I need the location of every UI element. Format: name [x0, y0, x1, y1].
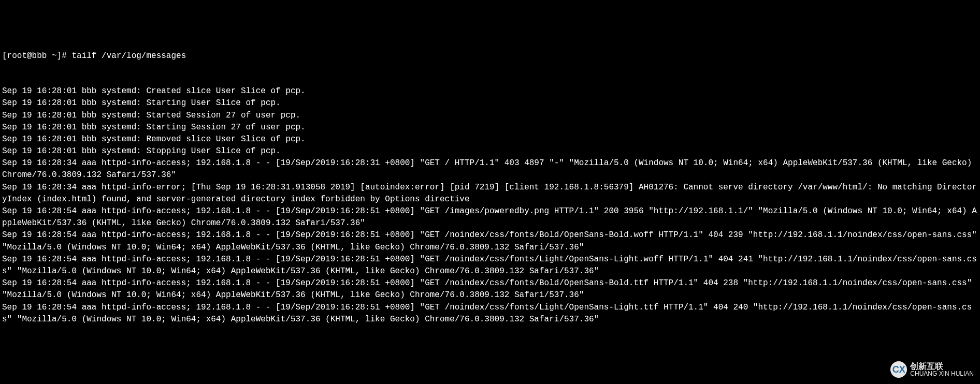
- watermark-text: 创新互联 CHUANG XIN HULIAN: [910, 362, 974, 378]
- watermark: CX 创新互联 CHUANG XIN HULIAN: [890, 361, 974, 378]
- log-line: Sep 19 16:28:54 aaa httpd-info-access; 1…: [2, 277, 978, 301]
- log-output: Sep 19 16:28:01 bbb systemd: Created sli…: [2, 85, 978, 326]
- watermark-line1: 创新互联: [910, 362, 974, 371]
- log-line: Sep 19 16:28:34 aaa httpd-info-error; [T…: [2, 182, 978, 205]
- watermark-logo-icon: CX: [890, 361, 907, 378]
- shell-prompt[interactable]: [root@bbb ~]# tailf /var/log/messages: [2, 50, 978, 62]
- log-line: Sep 19 16:28:01 bbb systemd: Starting Us…: [2, 97, 978, 109]
- log-line: Sep 19 16:28:01 bbb systemd: Started Ses…: [2, 110, 978, 122]
- log-line: Sep 19 16:28:01 bbb systemd: Created sli…: [2, 85, 978, 97]
- log-line: Sep 19 16:28:01 bbb systemd: Stopping Us…: [2, 145, 978, 157]
- log-line: Sep 19 16:28:54 aaa httpd-info-access; 1…: [2, 302, 978, 326]
- log-line: Sep 19 16:28:34 aaa httpd-info-access; 1…: [2, 157, 978, 181]
- log-line: Sep 19 16:28:01 bbb systemd: Starting Se…: [2, 122, 978, 134]
- watermark-line2: CHUANG XIN HULIAN: [910, 371, 974, 377]
- log-line: Sep 19 16:28:54 aaa httpd-info-access; 1…: [2, 254, 978, 277]
- log-line: Sep 19 16:28:54 aaa httpd-info-access; 1…: [2, 229, 978, 253]
- log-line: Sep 19 16:28:01 bbb systemd: Removed sli…: [2, 134, 978, 145]
- log-line: Sep 19 16:28:54 aaa httpd-info-access; 1…: [2, 205, 978, 229]
